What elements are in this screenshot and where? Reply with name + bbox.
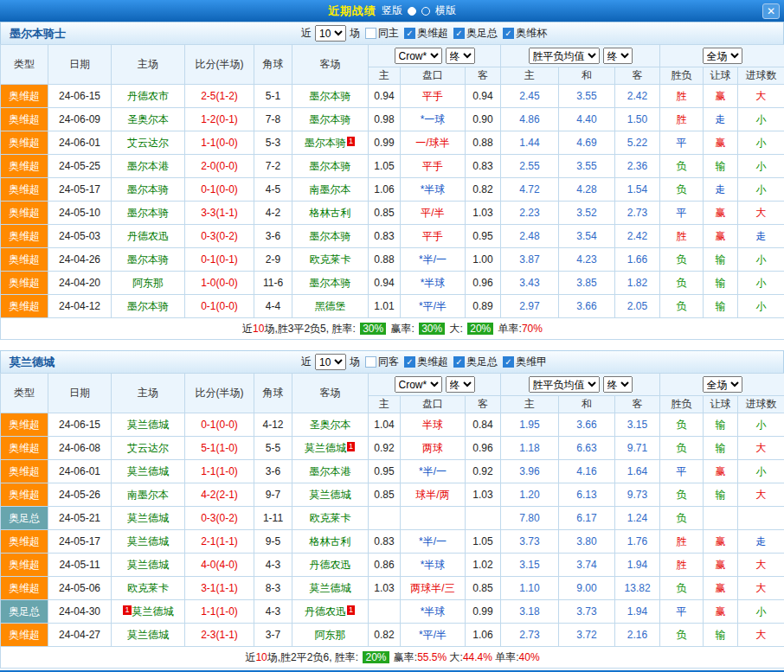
asian-home-odds: 0.85 [369, 202, 401, 225]
summary-text: 近 [245, 651, 255, 663]
match-count-select[interactable]: 10 [315, 354, 346, 370]
filter-checkbox-label: 奥维超 [417, 355, 448, 369]
euro-state-select[interactable]: 终 [603, 376, 633, 393]
filter-checkbox-1-1[interactable]: ✓ [404, 356, 415, 368]
score: 1-1(1-0) [185, 460, 254, 483]
score: 1-2(0-1) [185, 108, 254, 131]
games-label: 场 [350, 355, 360, 369]
bookmaker-state-select[interactable]: 终 [446, 48, 475, 64]
filter-checkbox-1-2[interactable]: ✓ [453, 356, 465, 368]
near-label: 近 [301, 355, 312, 369]
result-wdl: 负 [660, 437, 704, 460]
result-wdl: 胜 [660, 225, 704, 248]
euro-away-odds: 1.66 [615, 248, 660, 272]
corner-score: 9-5 [254, 530, 292, 554]
score: 3-1(1-1) [185, 577, 254, 600]
result-wdl: 胜 [660, 530, 704, 554]
euro-away-odds: 9.71 [615, 437, 660, 460]
match-row: 奥维超 24-06-09 圣奥尔本 1-2(0-1) 7-8 墨尔本骑 0.98… [1, 108, 784, 131]
corner-score: 1-11 [254, 507, 292, 530]
column-header: 角球 [254, 45, 292, 85]
team-note-badge: 1 [347, 605, 355, 615]
match-row: 奥足总 24-05-21 莫兰德城 0-3(0-2) 1-11 欧克莱卡 7.8… [1, 507, 784, 530]
scope-select[interactable]: 全场 [703, 376, 742, 393]
overunder-result: 大 [738, 554, 784, 577]
euro-draw-odds: 4.69 [559, 131, 615, 155]
score: 2-1(1-1) [185, 530, 254, 554]
filter-checkbox-0-2[interactable]: ✓ [453, 28, 465, 39]
horizontal-layout-label: 横版 [435, 3, 456, 18]
match-date: 24-05-25 [48, 155, 112, 178]
euro-home-odds: 4.72 [501, 178, 559, 202]
handicap-result: 赢 [704, 85, 738, 108]
filter-checkbox-1-3[interactable]: ✓ [503, 356, 514, 368]
asian-handicap: 平/半 [401, 202, 466, 225]
score: 0-1(0-0) [185, 178, 254, 202]
close-icon[interactable]: ✕ [762, 3, 780, 19]
vertical-layout-radio[interactable] [408, 7, 416, 16]
column-header: 进球数 [738, 67, 784, 85]
home-team: 莫兰德城 [112, 554, 185, 577]
asian-home-odds: 1.03 [369, 577, 401, 600]
handicap-result: 输 [704, 155, 738, 178]
handicap-result: 赢 [704, 554, 738, 577]
team-name: 墨尔本骑士 [1, 26, 299, 42]
euro-away-odds: 1.54 [615, 178, 660, 202]
overunder-result [738, 507, 784, 530]
result-wdl: 负 [660, 272, 704, 295]
bookmaker-select[interactable]: Crow* [395, 376, 442, 393]
bookmaker-select[interactable]: Crow* [395, 48, 442, 64]
match-date: 24-04-27 [48, 624, 112, 647]
euro-home-odds: 7.80 [501, 507, 559, 530]
euro-state-select[interactable]: 终 [603, 48, 633, 64]
asian-away-odds: 0.92 [466, 460, 501, 483]
result-wdl: 平 [660, 131, 704, 155]
corner-score: 5-1 [254, 85, 292, 108]
handicap-result: 走 [704, 108, 738, 131]
euro-away-odds: 1.94 [615, 554, 660, 577]
home-team: 艾云达尔 [112, 437, 185, 460]
summary-text: 场,胜3平2负5, 胜率: [264, 323, 358, 335]
match-date: 24-04-20 [48, 272, 112, 295]
home-team: 墨尔本港 [112, 155, 185, 178]
euro-home-odds: 1.10 [501, 577, 559, 600]
euro-draw-odds: 9.00 [559, 577, 615, 600]
filter-checkbox-label: 奥维甲 [516, 355, 547, 369]
asian-away-odds: 0.83 [466, 155, 501, 178]
euro-odds-select[interactable]: 胜平负均值 [529, 376, 600, 393]
asian-handicap: *半球 [401, 600, 466, 624]
asian-home-odds: 0.83 [369, 530, 401, 554]
league-type: 奥维超 [1, 178, 48, 202]
league-type: 奥维超 [1, 460, 48, 483]
match-count-select[interactable]: 10 [315, 25, 346, 42]
euro-home-odds: 3.87 [501, 248, 559, 272]
bookmaker-state-select[interactable]: 终 [446, 376, 475, 393]
handicap-result: 输 [704, 437, 738, 460]
column-header: 比分(半场) [185, 374, 254, 413]
euro-odds-select[interactable]: 胜平负均值 [529, 48, 600, 64]
column-header: 和 [559, 396, 615, 413]
match-row: 奥维超 24-04-27 莫兰德城 2-3(1-1) 3-7 阿东那 0.82 … [1, 624, 784, 647]
home-team: 墨尔本骑 [112, 248, 185, 272]
away-team: 墨尔本骑 [292, 225, 369, 248]
overunder-result: 大 [738, 577, 784, 600]
result-wdl: 胜 [660, 108, 704, 131]
filter-checkbox-0-3[interactable]: ✓ [503, 28, 514, 39]
corner-score: 4-3 [254, 554, 292, 577]
league-type: 奥维超 [1, 248, 48, 272]
filter-checkbox-0-1[interactable]: ✓ [404, 28, 415, 39]
result-wdl: 负 [660, 577, 704, 600]
filter-checkbox-0-0[interactable] [365, 28, 376, 39]
euro-away-odds: 13.82 [615, 577, 660, 600]
column-header: 客 [466, 396, 501, 413]
away-team: 圣奥尔本 [292, 413, 369, 437]
league-type: 奥维超 [1, 624, 48, 647]
asian-handicap: 球半/两 [401, 483, 466, 507]
column-header: 主场 [112, 374, 185, 413]
euro-draw-odds: 4.16 [559, 460, 615, 483]
horizontal-layout-radio[interactable] [421, 7, 430, 16]
filter-checkbox-1-0[interactable] [365, 356, 376, 368]
rate-value: 70% [522, 323, 543, 335]
league-type: 奥足总 [1, 600, 48, 624]
scope-select[interactable]: 全场 [703, 48, 742, 64]
